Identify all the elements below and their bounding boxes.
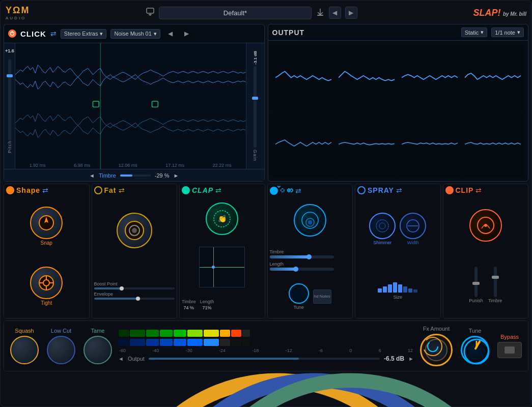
output-panel: OUTPUT Static ▾ 1/1 note ▾ — [268, 24, 529, 182]
tight-knob-container: Tight — [30, 267, 63, 306]
timbre-label: Timbre — [99, 172, 116, 179]
sub-tune-knob[interactable] — [289, 283, 309, 304]
spray-knobs: Shimmer Width — [369, 213, 426, 245]
lowcut-knob[interactable] — [47, 336, 75, 364]
punish-slider[interactable] — [474, 267, 478, 297]
sub-length-label: Length — [270, 261, 351, 267]
envelope-track[interactable] — [94, 298, 175, 300]
snap-label: Snap — [41, 240, 52, 246]
snap-knob[interactable] — [30, 207, 63, 239]
shape-title: Shape — [16, 186, 40, 194]
sub-main-knob[interactable] — [294, 204, 326, 237]
bottom-controls: Squash Low Cut Tame — [4, 321, 528, 371]
gain-value: -3.1 dB — [253, 51, 258, 65]
fat-power-button[interactable] — [94, 186, 102, 194]
sub-hd-notes-button[interactable]: hd Notes — [313, 289, 331, 304]
tight-knob[interactable] — [30, 267, 63, 299]
clip-shuffle-button[interactable]: ⇄ — [475, 186, 482, 194]
logo-text: YΩM — [6, 5, 30, 16]
sub-power-button[interactable] — [270, 187, 278, 195]
clap-title: CLAP — [192, 186, 213, 194]
clap-timbre-value: 74 % — [184, 305, 194, 310]
noise-mush-dropdown[interactable]: Noise Mush 01 ▾ — [110, 29, 160, 39]
output-header: OUTPUT Static ▾ 1/1 note ▾ — [268, 24, 528, 41]
sub-hd-notes-label: hd Notes — [314, 294, 330, 299]
sub-length-track[interactable] — [270, 268, 334, 271]
clap-main-knob-container: 👏 — [206, 202, 238, 235]
svg-rect-0 — [147, 8, 154, 13]
prev-sample-button[interactable]: ◀ — [164, 27, 177, 40]
output-meter-top — [118, 330, 414, 337]
sub-length-slider[interactable]: Length — [270, 261, 351, 271]
envelope-slider[interactable]: Envelope — [94, 292, 175, 300]
boost-point-track[interactable] — [94, 287, 175, 289]
size-label: Size — [393, 295, 402, 300]
import-button[interactable] — [146, 7, 155, 18]
fat-shuffle-button[interactable]: ⇄ — [119, 186, 125, 194]
output-preset2-dropdown[interactable]: 1/1 note ▾ — [491, 27, 524, 37]
tune-knob[interactable] — [461, 336, 489, 364]
clap-shuffle-button[interactable]: ⇄ — [215, 186, 221, 194]
fat-header: Fat ⇄ — [94, 186, 175, 194]
sub-shuffle-button[interactable]: ⇄ — [295, 187, 301, 195]
shape-power-button[interactable] — [6, 186, 14, 194]
clap-length-value: 71% — [202, 305, 211, 310]
sub-sliders: Timbre Length — [270, 249, 351, 271]
width-knob-container: Width — [400, 213, 426, 245]
output-wave-8 — [462, 111, 524, 177]
output-wave-1 — [272, 45, 334, 110]
clip-main-knob-container — [469, 209, 502, 242]
shape-shuffle-button[interactable]: ⇄ — [42, 186, 48, 194]
shape-header: Shape ⇄ — [6, 186, 87, 194]
clap-panel: CLAP ⇄ 👏 — [179, 184, 265, 318]
sub-timbre-slider[interactable]: Timbre — [270, 249, 351, 258]
clip-timbre-slider-container: Timbre — [488, 267, 502, 303]
output-db-slider[interactable] — [149, 358, 380, 360]
output-wave-3 — [399, 45, 461, 110]
fx-amount-knob[interactable] — [420, 334, 453, 366]
brand-logo: SLAP! by Mr. bill — [473, 8, 526, 18]
fx-amount-item: Fx Amount — [420, 326, 453, 366]
tune-label: Tune — [469, 328, 482, 334]
fat-main-knob[interactable] — [117, 213, 152, 248]
timbre-value: -29 % — [155, 172, 170, 179]
sub-main-knob-container — [294, 204, 326, 237]
spray-shuffle-button[interactable]: ⇄ — [396, 186, 402, 194]
clap-xy-pad[interactable] — [199, 247, 245, 287]
sub-tune-label: Tune — [294, 305, 304, 310]
boost-point-slider[interactable]: Boost Point — [94, 281, 175, 289]
output-wave-5 — [272, 111, 334, 177]
shimmer-knob[interactable] — [369, 213, 396, 239]
main-window: YΩM AUDIO Default* ◀ ▶ SLAP! by Mr. bill — [0, 0, 532, 407]
next-preset-button[interactable]: ▶ — [345, 7, 357, 19]
clip-power-button[interactable] — [445, 186, 454, 194]
click-power-button[interactable] — [8, 30, 16, 38]
output-preset1-dropdown[interactable]: Static ▾ — [461, 27, 488, 37]
punish-slider-container: Punish — [469, 267, 483, 303]
fx-amount-inner — [425, 339, 447, 361]
clap-header: CLAP ⇄ — [182, 186, 263, 194]
tame-knob[interactable] — [83, 336, 112, 364]
svg-text:👏: 👏 — [218, 215, 227, 223]
click-shuffle-button[interactable]: ⇄ — [50, 30, 57, 38]
stereo-extras-dropdown[interactable]: Stereo Extras ▾ — [61, 29, 107, 39]
sub-tune-area: Tune hd Notes — [289, 283, 331, 310]
download-button[interactable] — [316, 7, 325, 18]
pitch-slider[interactable]: +1.6 Pitch — [4, 43, 15, 169]
clip-main-knob[interactable] — [469, 209, 502, 242]
width-knob[interactable] — [400, 213, 426, 239]
squash-knob[interactable] — [10, 336, 39, 364]
clap-main-knob[interactable]: 👏 — [206, 202, 238, 235]
instruments-row: Shape ⇄ Snap — [4, 184, 528, 318]
gain-slider[interactable]: -3.1 dB Gain — [246, 43, 264, 169]
prev-preset-button[interactable]: ◀ — [329, 7, 341, 19]
output-wave-4 — [462, 45, 524, 110]
tight-label: Tight — [41, 300, 52, 306]
clap-timbre-control: Timbre 74 % — [182, 299, 196, 310]
clip-timbre-slider[interactable] — [494, 267, 497, 297]
clap-power-button[interactable] — [182, 186, 190, 194]
timbre-bar: ◄ Timbre -29 % ► — [4, 169, 264, 181]
next-sample-button[interactable]: ▶ — [181, 27, 193, 40]
sub-timbre-track[interactable] — [270, 255, 334, 258]
spray-power-button[interactable] — [357, 186, 366, 194]
